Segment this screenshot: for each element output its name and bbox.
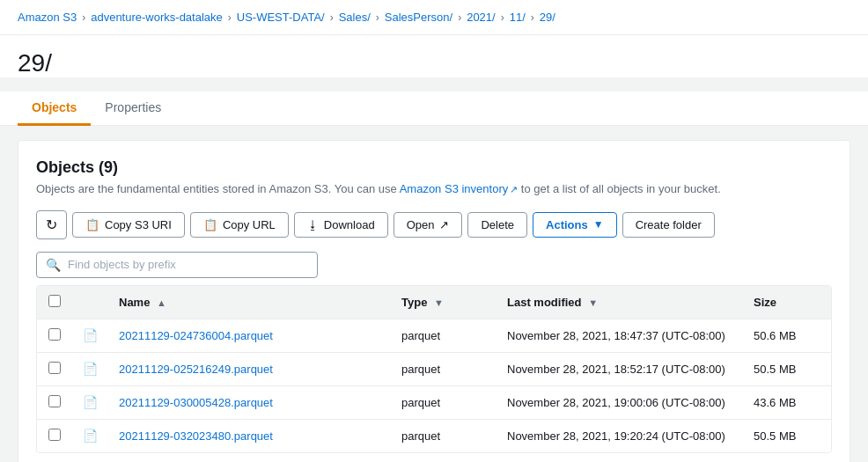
breadcrumb-2021[interactable]: 2021/ (467, 11, 496, 24)
external-link-icon: ↗ (510, 184, 518, 194)
copy-s3-uri-button[interactable]: 📋 Copy S3 URI (72, 212, 185, 238)
table-row: 📄 20211129-032023480.parquet parquet Nov… (37, 419, 831, 452)
row-size-cell: 50.6 MB (743, 319, 831, 352)
open-external-icon: ↗ (439, 218, 449, 231)
row-size-cell: 43.6 MB (743, 385, 831, 419)
row-modified-cell: November 28, 2021, 18:52:17 (UTC-08:00) (497, 352, 743, 385)
refresh-button[interactable]: ↻ (36, 210, 67, 239)
breadcrumb-sep-1: › (82, 11, 85, 24)
header-name[interactable]: Name ▲ (108, 286, 391, 319)
row-checkbox-0[interactable] (48, 328, 61, 341)
row-size-cell: 50.5 MB (743, 352, 831, 385)
row-name-cell: 20211129-030005428.parquet (108, 385, 391, 419)
breadcrumb-sales[interactable]: Sales/ (339, 11, 371, 24)
header-size: Size (743, 286, 831, 319)
row-checkbox-cell (37, 419, 72, 452)
row-modified-cell: November 28, 2021, 18:47:37 (UTC-08:00) (497, 319, 743, 352)
breadcrumb-29[interactable]: 29/ (540, 11, 555, 24)
table-header-row: Name ▲ Type ▼ Last modified ▼ Size (37, 286, 831, 319)
select-all-checkbox[interactable] (48, 295, 61, 307)
copy-s3-uri-icon: 📋 (85, 218, 99, 231)
name-sort-icon: ▲ (157, 297, 166, 308)
header-last-modified[interactable]: Last modified ▼ (497, 286, 743, 319)
description-suffix: to get a list of all objects in your buc… (518, 182, 721, 195)
breadcrumb-sep-7: › (531, 11, 534, 24)
breadcrumb-us-west-data[interactable]: US-WEST-DATA/ (237, 11, 325, 24)
download-button[interactable]: ⭳ Download (294, 212, 388, 238)
breadcrumb-salesperson[interactable]: SalesPerson/ (385, 11, 452, 24)
objects-table: Name ▲ Type ▼ Last modified ▼ Size (37, 286, 831, 452)
tab-properties[interactable]: Properties (91, 92, 175, 126)
header-file-icon-col (72, 286, 108, 319)
row-checkbox-1[interactable] (48, 362, 61, 374)
objects-header: Objects (9) Objects are the fundamental … (36, 158, 832, 198)
tabs-bar: Objects Properties (0, 92, 868, 126)
page-title: 29/ (18, 49, 850, 77)
objects-table-container: Name ▲ Type ▼ Last modified ▼ Size (36, 285, 832, 453)
table-row: 📄 20211129-025216249.parquet parquet Nov… (37, 352, 831, 385)
create-folder-button[interactable]: Create folder (622, 212, 715, 238)
header-checkbox-col (37, 286, 72, 319)
breadcrumb-11[interactable]: 11/ (510, 11, 526, 24)
breadcrumb-sep-6: › (501, 11, 504, 24)
file-link-3[interactable]: 20211129-032023480.parquet (119, 429, 273, 443)
row-checkbox-cell (37, 319, 72, 352)
row-file-icon-cell: 📄 (72, 385, 108, 419)
s3-inventory-link[interactable]: Amazon S3 inventory↗ (400, 182, 519, 195)
search-icon: 🔍 (46, 258, 61, 272)
row-file-icon-cell: 📄 (72, 419, 108, 452)
actions-chevron-icon: ▼ (593, 218, 604, 231)
row-type-cell: parquet (391, 352, 497, 385)
file-icon: 📄 (83, 429, 98, 443)
row-modified-cell: November 28, 2021, 19:00:06 (UTC-08:00) (497, 385, 743, 419)
type-filter-icon: ▼ (434, 297, 444, 308)
row-checkbox-3[interactable] (48, 429, 61, 441)
row-checkbox-cell (37, 352, 72, 385)
row-name-cell: 20211129-024736004.parquet (108, 319, 391, 352)
toolbar: ↻ 📋 Copy S3 URI 📋 Copy URL ⭳ Download Op… (36, 210, 832, 239)
row-modified-cell: November 28, 2021, 19:20:24 (UTC-08:00) (497, 419, 743, 452)
row-name-cell: 20211129-025216249.parquet (108, 352, 391, 385)
delete-button[interactable]: Delete (467, 212, 527, 238)
header-type[interactable]: Type ▼ (391, 286, 497, 319)
breadcrumb-sep-5: › (458, 11, 461, 24)
objects-title: Objects (9) (36, 158, 832, 177)
copy-url-button[interactable]: 📋 Copy URL (190, 212, 289, 238)
table-row: 📄 20211129-024736004.parquet parquet Nov… (37, 319, 831, 352)
actions-button[interactable]: Actions ▼ (533, 212, 617, 238)
row-checkbox-2[interactable] (48, 395, 61, 407)
breadcrumb-sep-4: › (376, 11, 379, 24)
file-icon: 📄 (83, 395, 98, 409)
open-label: Open (407, 218, 435, 231)
file-link-0[interactable]: 20211129-024736004.parquet (119, 329, 273, 342)
row-size-cell: 50.5 MB (743, 419, 831, 452)
breadcrumb: Amazon S3 › adventure-works-datalake › U… (0, 0, 868, 35)
description-prefix: Objects are the fundamental entities sto… (36, 182, 400, 195)
table-row: 📄 20211129-030005428.parquet parquet Nov… (37, 385, 831, 419)
objects-description: Objects are the fundamental entities sto… (36, 180, 832, 198)
row-type-cell: parquet (391, 319, 497, 352)
file-icon: 📄 (83, 362, 98, 376)
refresh-icon: ↻ (46, 216, 57, 233)
breadcrumb-adventure-works[interactable]: adventure-works-datalake (91, 11, 223, 24)
breadcrumb-sep-2: › (228, 11, 232, 24)
objects-card: Objects (9) Objects are the fundamental … (18, 140, 850, 462)
search-input[interactable] (68, 258, 308, 271)
search-bar: 🔍 (36, 252, 318, 278)
page-header: 29/ (0, 35, 868, 77)
modified-filter-icon: ▼ (588, 297, 598, 308)
open-button[interactable]: Open ↗ (394, 212, 463, 238)
row-type-cell: parquet (391, 385, 497, 419)
copy-url-icon: 📋 (203, 218, 217, 231)
file-icon: 📄 (83, 328, 98, 342)
row-checkbox-cell (37, 385, 72, 419)
content-area: Objects (9) Objects are the fundamental … (0, 126, 868, 462)
download-icon: ⭳ (307, 218, 319, 231)
row-type-cell: parquet (391, 419, 497, 452)
row-file-icon-cell: 📄 (72, 352, 108, 385)
file-link-1[interactable]: 20211129-025216249.parquet (119, 363, 273, 376)
breadcrumb-sep-3: › (330, 11, 334, 24)
breadcrumb-amazon-s3[interactable]: Amazon S3 (18, 11, 77, 24)
file-link-2[interactable]: 20211129-030005428.parquet (119, 396, 273, 409)
tab-objects[interactable]: Objects (18, 92, 91, 126)
